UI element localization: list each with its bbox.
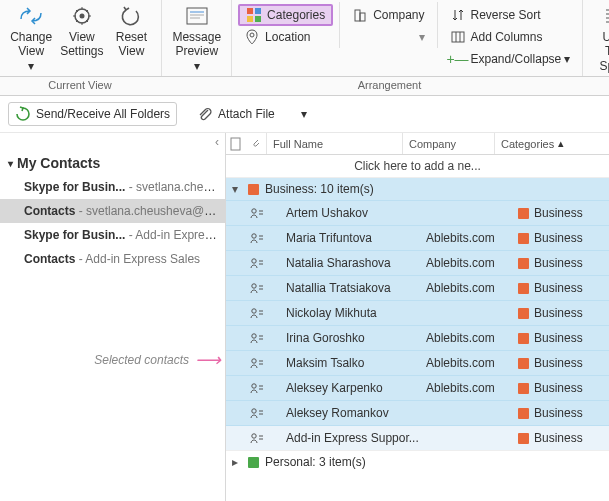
header-attach-col[interactable] bbox=[246, 133, 266, 154]
expand-collapse-label: Expand/Collapse bbox=[471, 52, 562, 66]
change-view-button[interactable]: Change View ▾ bbox=[6, 2, 56, 75]
contact-row[interactable]: Maria TrifuntovaAblebits.comBusiness bbox=[226, 225, 609, 250]
use-tighter-spacing-button[interactable]: Use Tig Spac bbox=[589, 2, 609, 75]
svg-rect-6 bbox=[247, 8, 253, 14]
contact-name: Nickolay Mikhuta bbox=[286, 306, 426, 320]
message-preview-icon bbox=[183, 4, 211, 28]
use-tight-label-2: Spac bbox=[600, 59, 609, 73]
view-settings-button[interactable]: View Settings bbox=[56, 2, 107, 61]
sort-asc-icon: ▴ bbox=[558, 137, 564, 150]
contact-name: Irina Goroshko bbox=[286, 331, 426, 345]
svg-point-36 bbox=[252, 334, 256, 338]
contact-name: Maksim Tsalko bbox=[286, 356, 426, 370]
expand-collapse-icon: +― bbox=[450, 51, 466, 67]
svg-rect-9 bbox=[255, 16, 261, 22]
contact-name: Natallia Tratsiakova bbox=[286, 281, 426, 295]
group-label-arrangement: Arrangement bbox=[216, 79, 563, 91]
svg-point-42 bbox=[252, 384, 256, 388]
group-label: Personal: 3 item(s) bbox=[265, 455, 366, 469]
header-categories[interactable]: Categories ▴ bbox=[494, 133, 609, 154]
location-icon bbox=[244, 29, 260, 45]
svg-point-39 bbox=[252, 359, 256, 363]
header-fullname[interactable]: Full Name bbox=[266, 133, 402, 154]
category-swatch bbox=[518, 258, 529, 269]
contact-row[interactable]: Maksim TsalkoAblebits.comBusiness bbox=[226, 350, 609, 375]
svg-rect-20 bbox=[231, 138, 240, 150]
add-columns-label: Add Columns bbox=[471, 30, 543, 44]
category-swatch bbox=[518, 333, 529, 344]
send-receive-label: Send/Receive All Folders bbox=[36, 107, 170, 121]
contact-icon bbox=[250, 407, 268, 419]
contact-row[interactable]: Artem UshakovBusiness bbox=[226, 200, 609, 225]
nav-item[interactable]: Skype for Busin... - svetlana.cheus... bbox=[0, 175, 225, 199]
categories-button[interactable]: Categories bbox=[238, 4, 333, 26]
contact-row[interactable]: Natallia TratsiakovaAblebits.comBusiness bbox=[226, 275, 609, 300]
category-swatch bbox=[518, 433, 529, 444]
send-receive-icon bbox=[15, 106, 31, 122]
contact-row[interactable]: Irina GoroshkoAblebits.comBusiness bbox=[226, 325, 609, 350]
send-receive-button[interactable]: Send/Receive All Folders bbox=[8, 102, 177, 126]
ribbon-group-message-preview: Message Preview ▾ bbox=[162, 0, 232, 76]
contact-row[interactable]: Natalia SharashovaAblebits.comBusiness bbox=[226, 250, 609, 275]
contact-icon bbox=[250, 282, 268, 294]
contact-category: Business bbox=[518, 206, 603, 220]
message-preview-label: Message Preview bbox=[172, 30, 221, 59]
contact-row[interactable]: Nickolay MikhutaBusiness bbox=[226, 300, 609, 325]
attach-file-dropdown[interactable]: ▾ bbox=[295, 104, 313, 124]
company-button[interactable]: Company bbox=[346, 4, 430, 26]
main-area: ‹ ▾ My Contacts Skype for Busin... - sve… bbox=[0, 133, 609, 501]
contact-category: Business bbox=[518, 306, 603, 320]
svg-rect-2 bbox=[187, 8, 207, 24]
group-row-personal[interactable]: ▸ Personal: 3 item(s) bbox=[226, 450, 609, 473]
contact-icon bbox=[250, 432, 268, 444]
list-header: Full Name Company Categories ▴ bbox=[226, 133, 609, 155]
nav-header[interactable]: ▾ My Contacts bbox=[0, 151, 225, 175]
reset-view-button[interactable]: Reset View bbox=[107, 2, 155, 61]
ribbon-group-labels: Current View Arrangement bbox=[0, 77, 609, 96]
arrow-right-icon: ⟶ bbox=[195, 349, 221, 371]
location-button[interactable]: Location bbox=[238, 26, 333, 48]
nav-item[interactable]: Skype for Busin... - Add-in Express... bbox=[0, 223, 225, 247]
contact-category: Business bbox=[518, 406, 603, 420]
group-label: Business: 10 item(s) bbox=[265, 182, 374, 196]
reset-view-icon bbox=[117, 4, 145, 28]
reverse-sort-button[interactable]: Reverse Sort bbox=[444, 4, 577, 26]
contact-row[interactable]: Add-in Express Suppor...Business bbox=[226, 425, 609, 450]
contact-icon bbox=[250, 207, 268, 219]
dropdown-caret-icon: ▾ bbox=[28, 59, 34, 73]
contact-category: Business bbox=[518, 331, 603, 345]
nav-item[interactable]: Contacts - svetlana.cheusheva@a... bbox=[0, 199, 225, 223]
contact-name: Artem Ushakov bbox=[286, 206, 426, 220]
arrangement-more-button[interactable]: ▾ bbox=[346, 26, 430, 48]
header-icon-col[interactable] bbox=[226, 133, 246, 154]
reverse-sort-icon bbox=[450, 7, 466, 23]
contact-name: Aleksey Karpenko bbox=[286, 381, 426, 395]
contact-rows: Artem UshakovBusinessMaria TrifuntovaAbl… bbox=[226, 200, 609, 450]
contact-row[interactable]: Aleksey KarpenkoAblebits.comBusiness bbox=[226, 375, 609, 400]
svg-point-10 bbox=[250, 33, 254, 37]
contact-name: Natalia Sharashova bbox=[286, 256, 426, 270]
group-row-business[interactable]: ▾ Business: 10 item(s) bbox=[226, 177, 609, 200]
nav-header-label: My Contacts bbox=[17, 155, 100, 171]
category-swatch bbox=[518, 283, 529, 294]
expand-collapse-button[interactable]: +― Expand/Collapse ▾ bbox=[444, 48, 577, 70]
contact-company: Ablebits.com bbox=[426, 331, 518, 345]
svg-point-45 bbox=[252, 409, 256, 413]
contact-row[interactable]: Aleksey RomankovBusiness bbox=[226, 400, 609, 425]
svg-rect-12 bbox=[360, 13, 365, 21]
attach-file-button[interactable]: Attach File bbox=[191, 103, 281, 125]
group-label-current-view: Current View bbox=[0, 79, 160, 91]
contact-icon bbox=[250, 257, 268, 269]
message-preview-button[interactable]: Message Preview ▾ bbox=[168, 2, 225, 75]
header-company[interactable]: Company bbox=[402, 133, 494, 154]
contact-category: Business bbox=[518, 431, 603, 445]
nav-item[interactable]: Contacts - Add-in Express Sales bbox=[0, 247, 225, 271]
add-columns-button[interactable]: Add Columns bbox=[444, 26, 577, 48]
ribbon-group-current-view: Change View ▾ View Settings Reset View bbox=[0, 0, 162, 76]
ribbon: Change View ▾ View Settings Reset View bbox=[0, 0, 609, 77]
add-new-row[interactable]: Click here to add a ne... bbox=[226, 155, 609, 177]
page-icon bbox=[230, 137, 242, 151]
nav-collapse-button[interactable]: ‹ bbox=[0, 133, 225, 151]
contact-icon bbox=[250, 232, 268, 244]
contact-company: Ablebits.com bbox=[426, 281, 518, 295]
